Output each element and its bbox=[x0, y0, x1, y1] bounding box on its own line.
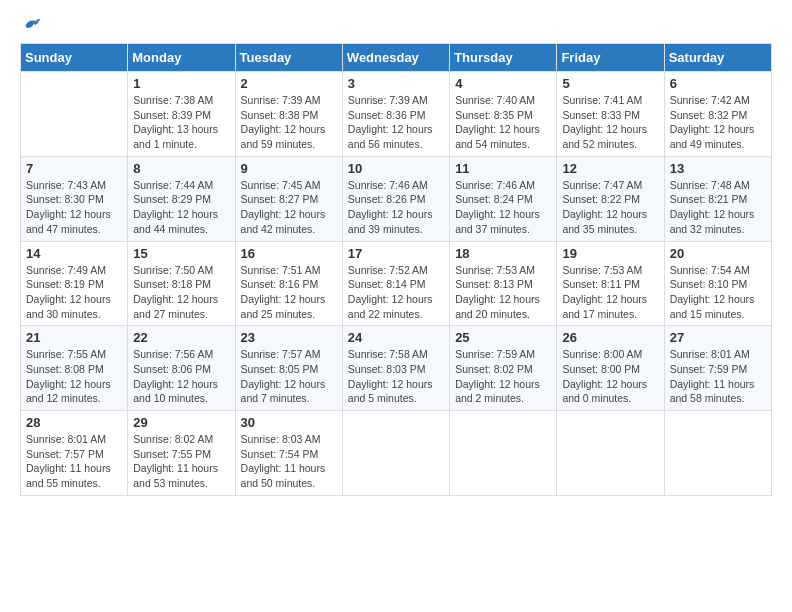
column-header-wednesday: Wednesday bbox=[342, 44, 449, 72]
day-number: 23 bbox=[241, 330, 337, 345]
calendar-cell bbox=[342, 411, 449, 496]
day-info: Sunrise: 8:03 AM Sunset: 7:54 PM Dayligh… bbox=[241, 432, 337, 491]
day-info: Sunrise: 7:38 AM Sunset: 8:39 PM Dayligh… bbox=[133, 93, 229, 152]
day-info: Sunrise: 7:44 AM Sunset: 8:29 PM Dayligh… bbox=[133, 178, 229, 237]
calendar-cell: 24Sunrise: 7:58 AM Sunset: 8:03 PM Dayli… bbox=[342, 326, 449, 411]
calendar-cell: 23Sunrise: 7:57 AM Sunset: 8:05 PM Dayli… bbox=[235, 326, 342, 411]
calendar-week-2: 7Sunrise: 7:43 AM Sunset: 8:30 PM Daylig… bbox=[21, 156, 772, 241]
day-number: 21 bbox=[26, 330, 122, 345]
day-number: 14 bbox=[26, 246, 122, 261]
logo-bird-icon bbox=[22, 15, 42, 33]
calendar-week-5: 28Sunrise: 8:01 AM Sunset: 7:57 PM Dayli… bbox=[21, 411, 772, 496]
day-info: Sunrise: 7:47 AM Sunset: 8:22 PM Dayligh… bbox=[562, 178, 658, 237]
calendar-cell: 11Sunrise: 7:46 AM Sunset: 8:24 PM Dayli… bbox=[450, 156, 557, 241]
column-header-thursday: Thursday bbox=[450, 44, 557, 72]
calendar-table: SundayMondayTuesdayWednesdayThursdayFrid… bbox=[20, 43, 772, 496]
day-info: Sunrise: 8:02 AM Sunset: 7:55 PM Dayligh… bbox=[133, 432, 229, 491]
day-number: 25 bbox=[455, 330, 551, 345]
day-number: 5 bbox=[562, 76, 658, 91]
day-number: 16 bbox=[241, 246, 337, 261]
calendar-cell bbox=[664, 411, 771, 496]
day-info: Sunrise: 8:00 AM Sunset: 8:00 PM Dayligh… bbox=[562, 347, 658, 406]
calendar-cell: 1Sunrise: 7:38 AM Sunset: 8:39 PM Daylig… bbox=[128, 72, 235, 157]
calendar-cell: 25Sunrise: 7:59 AM Sunset: 8:02 PM Dayli… bbox=[450, 326, 557, 411]
day-info: Sunrise: 8:01 AM Sunset: 7:59 PM Dayligh… bbox=[670, 347, 766, 406]
day-info: Sunrise: 7:40 AM Sunset: 8:35 PM Dayligh… bbox=[455, 93, 551, 152]
calendar-cell: 4Sunrise: 7:40 AM Sunset: 8:35 PM Daylig… bbox=[450, 72, 557, 157]
day-info: Sunrise: 7:41 AM Sunset: 8:33 PM Dayligh… bbox=[562, 93, 658, 152]
day-info: Sunrise: 7:43 AM Sunset: 8:30 PM Dayligh… bbox=[26, 178, 122, 237]
calendar-cell: 29Sunrise: 8:02 AM Sunset: 7:55 PM Dayli… bbox=[128, 411, 235, 496]
day-info: Sunrise: 7:58 AM Sunset: 8:03 PM Dayligh… bbox=[348, 347, 444, 406]
day-number: 10 bbox=[348, 161, 444, 176]
day-number: 11 bbox=[455, 161, 551, 176]
calendar-cell: 9Sunrise: 7:45 AM Sunset: 8:27 PM Daylig… bbox=[235, 156, 342, 241]
calendar-cell: 26Sunrise: 8:00 AM Sunset: 8:00 PM Dayli… bbox=[557, 326, 664, 411]
column-header-sunday: Sunday bbox=[21, 44, 128, 72]
day-info: Sunrise: 7:39 AM Sunset: 8:36 PM Dayligh… bbox=[348, 93, 444, 152]
day-number: 7 bbox=[26, 161, 122, 176]
calendar-cell: 18Sunrise: 7:53 AM Sunset: 8:13 PM Dayli… bbox=[450, 241, 557, 326]
day-info: Sunrise: 7:55 AM Sunset: 8:08 PM Dayligh… bbox=[26, 347, 122, 406]
calendar-cell: 22Sunrise: 7:56 AM Sunset: 8:06 PM Dayli… bbox=[128, 326, 235, 411]
day-info: Sunrise: 7:46 AM Sunset: 8:24 PM Dayligh… bbox=[455, 178, 551, 237]
day-info: Sunrise: 7:53 AM Sunset: 8:11 PM Dayligh… bbox=[562, 263, 658, 322]
day-number: 2 bbox=[241, 76, 337, 91]
calendar-week-4: 21Sunrise: 7:55 AM Sunset: 8:08 PM Dayli… bbox=[21, 326, 772, 411]
day-info: Sunrise: 8:01 AM Sunset: 7:57 PM Dayligh… bbox=[26, 432, 122, 491]
day-info: Sunrise: 7:56 AM Sunset: 8:06 PM Dayligh… bbox=[133, 347, 229, 406]
calendar-cell bbox=[557, 411, 664, 496]
day-number: 1 bbox=[133, 76, 229, 91]
day-number: 3 bbox=[348, 76, 444, 91]
calendar-cell: 30Sunrise: 8:03 AM Sunset: 7:54 PM Dayli… bbox=[235, 411, 342, 496]
day-number: 12 bbox=[562, 161, 658, 176]
day-number: 9 bbox=[241, 161, 337, 176]
day-number: 26 bbox=[562, 330, 658, 345]
day-info: Sunrise: 7:50 AM Sunset: 8:18 PM Dayligh… bbox=[133, 263, 229, 322]
day-info: Sunrise: 7:46 AM Sunset: 8:26 PM Dayligh… bbox=[348, 178, 444, 237]
day-info: Sunrise: 7:53 AM Sunset: 8:13 PM Dayligh… bbox=[455, 263, 551, 322]
calendar-cell: 17Sunrise: 7:52 AM Sunset: 8:14 PM Dayli… bbox=[342, 241, 449, 326]
day-number: 20 bbox=[670, 246, 766, 261]
calendar-header-row: SundayMondayTuesdayWednesdayThursdayFrid… bbox=[21, 44, 772, 72]
calendar-cell: 7Sunrise: 7:43 AM Sunset: 8:30 PM Daylig… bbox=[21, 156, 128, 241]
column-header-monday: Monday bbox=[128, 44, 235, 72]
day-info: Sunrise: 7:42 AM Sunset: 8:32 PM Dayligh… bbox=[670, 93, 766, 152]
calendar-cell: 5Sunrise: 7:41 AM Sunset: 8:33 PM Daylig… bbox=[557, 72, 664, 157]
calendar-cell bbox=[21, 72, 128, 157]
day-number: 30 bbox=[241, 415, 337, 430]
day-info: Sunrise: 7:52 AM Sunset: 8:14 PM Dayligh… bbox=[348, 263, 444, 322]
day-number: 17 bbox=[348, 246, 444, 261]
calendar-cell: 16Sunrise: 7:51 AM Sunset: 8:16 PM Dayli… bbox=[235, 241, 342, 326]
day-number: 29 bbox=[133, 415, 229, 430]
day-number: 18 bbox=[455, 246, 551, 261]
day-info: Sunrise: 7:57 AM Sunset: 8:05 PM Dayligh… bbox=[241, 347, 337, 406]
day-info: Sunrise: 7:51 AM Sunset: 8:16 PM Dayligh… bbox=[241, 263, 337, 322]
calendar-week-3: 14Sunrise: 7:49 AM Sunset: 8:19 PM Dayli… bbox=[21, 241, 772, 326]
calendar-cell: 19Sunrise: 7:53 AM Sunset: 8:11 PM Dayli… bbox=[557, 241, 664, 326]
calendar-week-1: 1Sunrise: 7:38 AM Sunset: 8:39 PM Daylig… bbox=[21, 72, 772, 157]
day-info: Sunrise: 7:54 AM Sunset: 8:10 PM Dayligh… bbox=[670, 263, 766, 322]
calendar-cell bbox=[450, 411, 557, 496]
day-info: Sunrise: 7:45 AM Sunset: 8:27 PM Dayligh… bbox=[241, 178, 337, 237]
calendar-cell: 21Sunrise: 7:55 AM Sunset: 8:08 PM Dayli… bbox=[21, 326, 128, 411]
calendar-cell: 8Sunrise: 7:44 AM Sunset: 8:29 PM Daylig… bbox=[128, 156, 235, 241]
day-info: Sunrise: 7:59 AM Sunset: 8:02 PM Dayligh… bbox=[455, 347, 551, 406]
column-header-saturday: Saturday bbox=[664, 44, 771, 72]
calendar-cell: 10Sunrise: 7:46 AM Sunset: 8:26 PM Dayli… bbox=[342, 156, 449, 241]
day-number: 15 bbox=[133, 246, 229, 261]
calendar-cell: 27Sunrise: 8:01 AM Sunset: 7:59 PM Dayli… bbox=[664, 326, 771, 411]
day-number: 4 bbox=[455, 76, 551, 91]
calendar-cell: 6Sunrise: 7:42 AM Sunset: 8:32 PM Daylig… bbox=[664, 72, 771, 157]
calendar-cell: 15Sunrise: 7:50 AM Sunset: 8:18 PM Dayli… bbox=[128, 241, 235, 326]
page-header bbox=[20, 20, 772, 33]
calendar-cell: 3Sunrise: 7:39 AM Sunset: 8:36 PM Daylig… bbox=[342, 72, 449, 157]
column-header-friday: Friday bbox=[557, 44, 664, 72]
calendar-cell: 2Sunrise: 7:39 AM Sunset: 8:38 PM Daylig… bbox=[235, 72, 342, 157]
day-number: 13 bbox=[670, 161, 766, 176]
logo bbox=[20, 20, 42, 33]
day-info: Sunrise: 7:49 AM Sunset: 8:19 PM Dayligh… bbox=[26, 263, 122, 322]
calendar-cell: 12Sunrise: 7:47 AM Sunset: 8:22 PM Dayli… bbox=[557, 156, 664, 241]
calendar-cell: 14Sunrise: 7:49 AM Sunset: 8:19 PM Dayli… bbox=[21, 241, 128, 326]
day-number: 6 bbox=[670, 76, 766, 91]
